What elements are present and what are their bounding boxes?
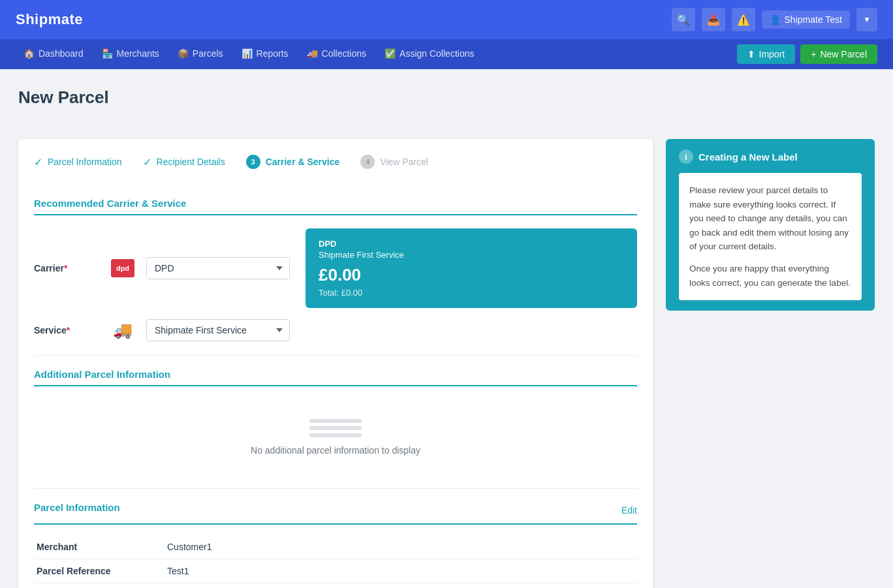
plus-icon: +	[811, 49, 816, 59]
parcels-icon: 📦	[178, 48, 189, 59]
parcel-info-table: Merchant Customer1 Parcel Reference Test…	[34, 535, 637, 588]
top-header: Shipmate 🔍 📥 ⚠️ 👤 Shipmate Test ▼	[0, 0, 893, 39]
carrier-row: Carrier* dpd DPD DPD Shipmate First Serv…	[34, 228, 637, 308]
nav-label-parcels: Parcels	[193, 48, 223, 59]
alert-button[interactable]: ⚠️	[732, 8, 755, 31]
service-row: Service* 🚚 Shipmate First Service	[34, 318, 637, 342]
nav-item-dashboard[interactable]: 🏠 Dashboard	[16, 39, 91, 69]
new-parcel-label: New Parcel	[820, 49, 867, 59]
carrier-logo-box: dpd	[107, 256, 138, 280]
table-row: Parcel Reference Test1	[34, 559, 637, 583]
divider-1	[34, 355, 637, 356]
chevron-down-icon: ▼	[863, 15, 871, 24]
import-button[interactable]: ⬆ Import	[737, 44, 796, 64]
nav-item-collections[interactable]: 🚚 Collections	[299, 39, 374, 69]
service-label: Service*	[34, 325, 99, 335]
step-label-1: Parcel Information	[48, 157, 122, 167]
parcel-ref-label: Parcel Reference	[34, 559, 164, 583]
reports-icon: 📊	[242, 48, 253, 59]
home-icon: 🏠	[24, 48, 35, 59]
stepper: ✓ Parcel Information ✓ Recipient Details…	[34, 155, 637, 179]
service-card-carrier: DPD	[319, 239, 624, 249]
nav-label-merchants: Merchants	[117, 48, 159, 59]
left-panel: ✓ Parcel Information ✓ Recipient Details…	[18, 139, 653, 588]
carrier-section-heading: Recommended Carrier & Service	[34, 198, 637, 215]
main-card: ✓ Parcel Information ✓ Recipient Details…	[18, 139, 653, 588]
header-right: 🔍 📥 ⚠️ 👤 Shipmate Test ▼	[672, 8, 877, 31]
app-logo: Shipmate	[16, 11, 83, 28]
nav-left: 🏠 Dashboard 🏪 Merchants 📦 Parcels 📊 Repo…	[16, 39, 482, 69]
merchant-value: Customer1	[164, 535, 637, 559]
right-panel: i Creating a New Label Please review you…	[666, 139, 875, 588]
order-ref-label: Order Reference	[34, 583, 164, 589]
user-icon: 👤	[770, 14, 781, 25]
nav-right: ⬆ Import + New Parcel	[737, 44, 877, 64]
parcel-info-heading: Parcel Information	[34, 502, 120, 518]
info-paragraph-2: Once you are happy that everything looks…	[689, 262, 851, 290]
service-pricing-card: DPD Shipmate First Service £0.00 Total: …	[306, 228, 637, 308]
step-recipient-details: ✓ Recipient Details	[143, 156, 225, 168]
nav-bar: 🏠 Dashboard 🏪 Merchants 📦 Parcels 📊 Repo…	[0, 39, 893, 69]
user-dropdown-button[interactable]: ▼	[856, 8, 877, 31]
import-label: Import	[759, 49, 785, 59]
inbox-icon: 📥	[707, 14, 720, 26]
empty-line-2	[309, 426, 362, 430]
divider-2	[34, 488, 637, 489]
nav-label-reports: Reports	[257, 48, 289, 59]
table-row: Order Reference Test1	[34, 583, 637, 589]
step-check-1: ✓	[34, 156, 42, 168]
step-check-2: ✓	[143, 156, 151, 168]
page-title: New Parcel	[18, 87, 875, 108]
user-name: Shipmate Test	[785, 14, 842, 25]
user-menu-button[interactable]: 👤 Shipmate Test	[762, 10, 850, 29]
nav-item-parcels[interactable]: 📦 Parcels	[170, 39, 231, 69]
merchant-label: Merchant	[34, 535, 164, 559]
truck-icon: 🚚	[113, 321, 133, 339]
empty-line-3	[309, 433, 362, 437]
empty-message: No additional parcel information to disp…	[251, 445, 420, 456]
new-parcel-button[interactable]: + New Parcel	[800, 44, 877, 64]
collections-icon: 🚚	[307, 48, 318, 59]
service-logo-box: 🚚	[107, 318, 138, 342]
nav-label-collections: Collections	[322, 48, 366, 59]
empty-state: No additional parcel information to disp…	[34, 399, 637, 475]
step-parcel-info: ✓ Parcel Information	[34, 156, 122, 168]
info-box-body: Please review your parcel details to mak…	[679, 173, 862, 300]
info-box: i Creating a New Label Please review you…	[666, 139, 875, 311]
edit-link[interactable]: Edit	[621, 505, 637, 516]
search-button[interactable]: 🔍	[672, 8, 695, 31]
main-content: ✓ Parcel Information ✓ Recipient Details…	[0, 121, 893, 588]
info-circle-icon: i	[679, 149, 693, 164]
empty-line-1	[309, 419, 362, 423]
alert-icon: ⚠️	[737, 14, 750, 26]
step-label-2: Recipient Details	[157, 157, 225, 167]
inbox-button[interactable]: 📥	[702, 8, 725, 31]
carrier-select[interactable]: DPD	[146, 257, 290, 279]
service-card-service: Shipmate First Service	[319, 250, 624, 260]
info-box-header: i Creating a New Label	[679, 149, 862, 164]
service-select[interactable]: Shipmate First Service	[146, 319, 290, 341]
step-carrier-service: 3 Carrier & Service	[246, 155, 340, 169]
info-box-title: Creating a New Label	[698, 151, 798, 162]
step-label-4: View Parcel	[380, 157, 428, 167]
service-card-price: £0.00	[319, 265, 624, 285]
order-ref-value: Test1	[164, 583, 637, 589]
service-card-total: Total: £0.00	[319, 288, 624, 298]
step-circle-4: 4	[360, 155, 375, 169]
nav-item-assign-collections[interactable]: ✅ Assign Collections	[377, 39, 482, 69]
carrier-label: Carrier*	[34, 263, 99, 273]
nav-label-dashboard: Dashboard	[39, 48, 84, 59]
nav-item-reports[interactable]: 📊 Reports	[234, 39, 296, 69]
step-circle-3: 3	[246, 155, 260, 169]
merchants-icon: 🏪	[102, 48, 113, 59]
additional-section-heading: Additional Parcel Information	[34, 369, 637, 386]
empty-lines	[309, 419, 362, 437]
table-row: Merchant Customer1	[34, 535, 637, 559]
dpd-logo: dpd	[111, 259, 134, 277]
nav-label-assign-collections: Assign Collections	[400, 48, 474, 59]
parcel-info-header: Parcel Information Edit	[34, 502, 637, 518]
search-icon: 🔍	[677, 14, 690, 26]
nav-item-merchants[interactable]: 🏪 Merchants	[94, 39, 167, 69]
step-label-3: Carrier & Service	[266, 157, 340, 167]
info-paragraph-1: Please review your parcel details to mak…	[689, 183, 851, 254]
